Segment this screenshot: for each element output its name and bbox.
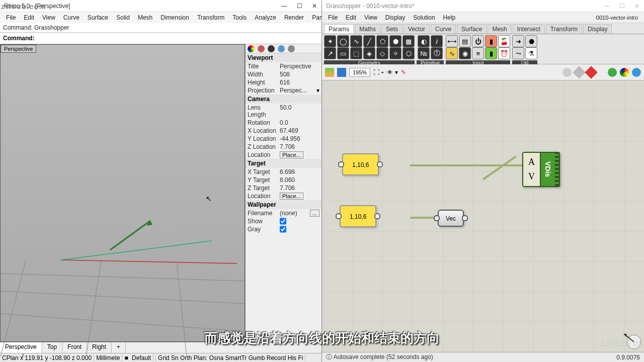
- tab-sets[interactable]: Sets: [381, 24, 403, 34]
- zoom-selector[interactable]: 195%: [349, 68, 370, 77]
- integer-icon[interactable]: ⅈ: [431, 35, 443, 47]
- colour-icon[interactable]: ▮: [485, 35, 497, 47]
- status-toggles[interactable]: Grid Sn Orth Plan: Osna SmartTr Gumb Rec…: [156, 354, 305, 361]
- panel-node-1[interactable]: 1,10,6: [342, 153, 379, 175]
- text-icon[interactable]: Ⓣ: [431, 47, 443, 59]
- prop-yloc-val[interactable]: -44.956: [280, 135, 319, 142]
- gh-menu-view[interactable]: View: [361, 13, 380, 22]
- number-icon[interactable]: №: [418, 47, 430, 59]
- tab-surface[interactable]: Surface: [457, 24, 487, 34]
- wireframe-icon[interactable]: [562, 68, 572, 77]
- prop-fn-val[interactable]: (none): [280, 210, 310, 217]
- line-icon[interactable]: ╱: [363, 35, 375, 47]
- gh-menu-help[interactable]: Help: [440, 13, 459, 22]
- green-ball-icon[interactable]: [608, 68, 617, 77]
- vector-icon[interactable]: ↗: [324, 47, 336, 59]
- brep-icon[interactable]: ⬠: [376, 35, 388, 47]
- rhino-titlebar[interactable]: Rhino 5.0 - [Perspective] — ☐ ✕: [0, 0, 321, 12]
- menu-curve[interactable]: Curve: [60, 13, 83, 22]
- menu-dimension[interactable]: Dimension: [157, 13, 192, 22]
- toggle-icon[interactable]: ⏻: [472, 35, 484, 47]
- gh-maximize-icon[interactable]: ☐: [619, 3, 625, 10]
- preview-icon[interactable]: 👁 ▾: [387, 69, 397, 76]
- menu-solid[interactable]: Solid: [113, 13, 133, 22]
- vector-display-component[interactable]: A V VDis: [522, 152, 560, 187]
- menu-file[interactable]: File: [3, 13, 19, 22]
- gh-doc-selector[interactable]: 0010-vector-intro: [593, 14, 641, 22]
- boolean-icon[interactable]: ◐: [418, 35, 430, 47]
- tab-transform[interactable]: Transform: [546, 24, 582, 34]
- prop-title-val[interactable]: Perspective: [280, 63, 319, 70]
- gh-minimize-icon[interactable]: —: [604, 3, 610, 10]
- menu-edit[interactable]: Edit: [21, 13, 37, 22]
- tab-params[interactable]: Params: [324, 24, 354, 34]
- camera-icon[interactable]: [278, 45, 285, 52]
- perspective-viewport[interactable]: Perspective ↖ z x: [0, 44, 245, 342]
- gh-menu-edit[interactable]: Edit: [343, 13, 359, 22]
- material-icon[interactable]: [248, 45, 255, 52]
- shaded-icon[interactable]: [573, 66, 585, 78]
- shade-icon[interactable]: [258, 45, 265, 52]
- gh-close-icon[interactable]: ✕: [634, 3, 640, 10]
- menu-analyze[interactable]: Analyze: [252, 13, 279, 22]
- tab-vector[interactable]: Vector: [404, 24, 430, 34]
- prop-width-val[interactable]: 508: [280, 71, 319, 78]
- maximize-icon[interactable]: ☐: [296, 3, 302, 10]
- tab-front[interactable]: Front: [62, 342, 87, 353]
- status-units[interactable]: Millimete: [94, 354, 122, 361]
- viewport-label[interactable]: Perspective: [1, 45, 36, 53]
- gray-checkbox[interactable]: [280, 226, 286, 233]
- menu-view[interactable]: View: [39, 13, 58, 22]
- gh-menu-solution[interactable]: Solution: [410, 13, 438, 22]
- clock-icon[interactable]: ⏰: [498, 47, 510, 59]
- plane-icon[interactable]: ▭: [337, 47, 349, 59]
- group-icon[interactable]: ⬡: [403, 47, 415, 59]
- prop-rot-val[interactable]: 0.0: [280, 119, 319, 126]
- gh-menu-display[interactable]: Display: [382, 13, 408, 22]
- close-icon[interactable]: ✕: [311, 3, 317, 10]
- place-target-button[interactable]: Place...: [280, 193, 303, 200]
- panel-icon[interactable]: ▤: [459, 35, 471, 47]
- open-icon[interactable]: [325, 68, 334, 77]
- selected-icon[interactable]: [585, 66, 597, 78]
- tab-add[interactable]: +: [112, 342, 126, 353]
- tab-perspective[interactable]: Perspective: [0, 342, 42, 353]
- prop-zloc-val[interactable]: 7.706: [280, 143, 319, 150]
- surface-icon[interactable]: ◈: [363, 47, 375, 59]
- sketch-icon[interactable]: ✎: [401, 69, 406, 76]
- prop-yt-val[interactable]: 8.060: [280, 176, 319, 184]
- minimize-icon[interactable]: —: [281, 3, 287, 10]
- vdisp-input-v[interactable]: V: [526, 169, 537, 184]
- flask-icon[interactable]: ⚗: [525, 47, 537, 59]
- monitor-icon[interactable]: [268, 45, 275, 52]
- graph-icon[interactable]: ∿: [446, 47, 458, 59]
- circle-icon[interactable]: ◯: [337, 35, 349, 47]
- blue-ball-icon[interactable]: [632, 68, 641, 77]
- zoom-extents-icon[interactable]: ⛶ ▾: [373, 69, 384, 76]
- relay-icon[interactable]: ⤳: [512, 47, 524, 59]
- prop-xloc-val[interactable]: 67.469: [280, 127, 319, 134]
- menu-render[interactable]: Render: [281, 13, 307, 22]
- browse-button[interactable]: ...: [310, 210, 319, 217]
- prop-zt-val[interactable]: 7.706: [280, 185, 319, 192]
- save-icon[interactable]: [337, 68, 346, 77]
- point-icon[interactable]: ✦: [324, 35, 336, 47]
- list-icon[interactable]: ≡: [472, 47, 484, 59]
- geometry-icon[interactable]: ⬢: [389, 35, 401, 47]
- mesh-icon[interactable]: ▦: [403, 35, 415, 47]
- curve-icon[interactable]: ∿: [350, 35, 362, 47]
- prop-xt-val[interactable]: 6.698: [280, 168, 319, 175]
- prop-lens-val[interactable]: 50.0: [280, 104, 319, 118]
- chevron-down-icon[interactable]: ▾: [316, 87, 319, 94]
- slider-icon[interactable]: ⟷: [446, 35, 458, 47]
- md-slider-icon[interactable]: ◉: [459, 47, 471, 59]
- menu-transform[interactable]: Transform: [194, 13, 227, 22]
- tab-top[interactable]: Top: [42, 342, 62, 353]
- vdisp-input-a[interactable]: A: [526, 155, 537, 169]
- show-checkbox[interactable]: [280, 218, 286, 225]
- tab-mesh[interactable]: Mesh: [488, 24, 511, 34]
- status-layer[interactable]: ■ Default: [122, 354, 156, 361]
- arrow-icon[interactable]: ➜: [512, 35, 524, 47]
- menu-mesh[interactable]: Mesh: [135, 13, 155, 22]
- cherry-icon[interactable]: 🍒: [498, 35, 510, 47]
